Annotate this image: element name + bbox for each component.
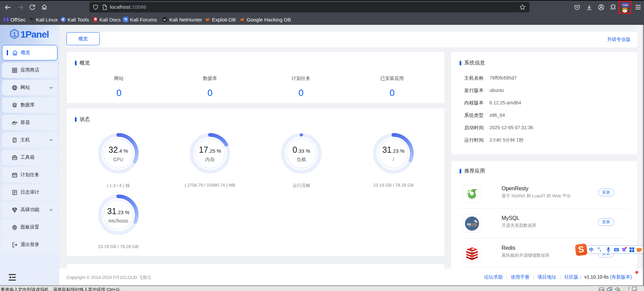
svg-text:</>: </> bbox=[94, 18, 97, 20]
svg-text:SQL: SQL bbox=[471, 223, 478, 226]
svg-text:1Panel: 1Panel bbox=[20, 29, 49, 40]
svg-text:My: My bbox=[467, 223, 471, 226]
svg-text:1: 1 bbox=[13, 31, 16, 38]
